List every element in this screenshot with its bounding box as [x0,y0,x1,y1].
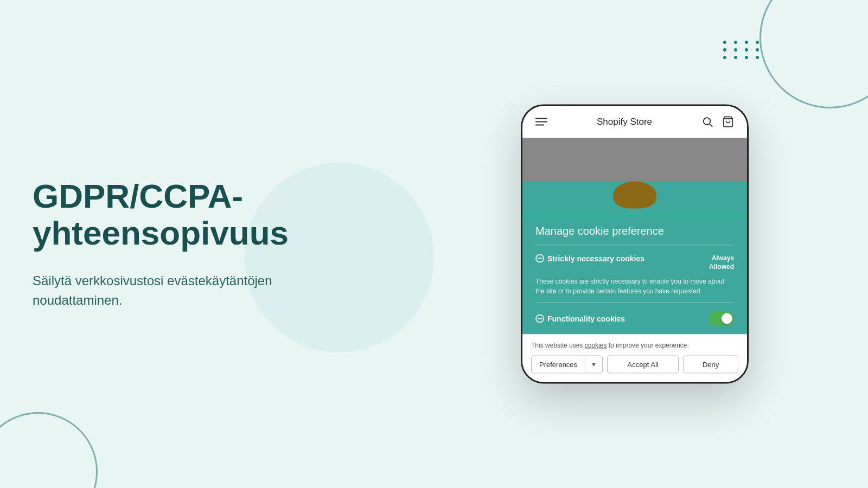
consent-buttons: Preferences ▼ Accept All Deny [531,355,738,373]
divider-2 [535,303,734,303]
strickly-necessary-left: Strickly necessary cookies [535,254,709,263]
hamburger-icon[interactable] [535,118,547,126]
accept-all-button[interactable]: Accept All [607,355,679,373]
consent-text: This website uses cookies to improve you… [531,341,738,350]
minus-circle-icon-2 [535,314,544,323]
strickly-necessary-description: These cookies are strictly necessary to … [535,277,734,296]
deny-button[interactable]: Deny [683,355,738,373]
cookie-shape [613,182,656,209]
preferences-dropdown-arrow[interactable]: ▼ [585,357,602,372]
store-title: Shopify Store [597,117,652,127]
phone-top-icons [701,116,734,128]
consent-bar: This website uses cookies to improve you… [522,335,747,382]
deco-circle-bottom-left [0,412,98,488]
product-image-area [522,138,747,214]
divider-1 [535,245,734,246]
strickly-necessary-name: Strickly necessary cookies [535,254,709,263]
svg-line-1 [710,124,712,127]
sub-text: Säilytä verkkosivustosi evästekäytäntöje… [33,271,331,310]
deco-circle-top-right [760,0,868,108]
functionality-toggle[interactable] [709,312,734,326]
phone-mockup: Shopify Store Manage cookie preference [521,105,749,384]
svg-point-0 [704,118,711,125]
cookie-panel-title: Manage cookie preference [535,225,734,237]
cart-icon[interactable] [722,116,734,128]
main-heading: GDPR/CCPA- yhteensopivuus [33,178,331,252]
always-allowed-badge: AlwaysAllowed [709,254,734,271]
functionality-name: Functionality cookies [535,314,625,323]
deco-dots [723,41,762,59]
phone-topbar: Shopify Store [522,106,747,138]
cookie-preference-panel: Manage cookie preference Strickly necess… [522,214,747,335]
phone-frame: Shopify Store Manage cookie preference [521,105,749,384]
functionality-row: Functionality cookies [535,312,734,335]
left-content-section: GDPR/CCPA- yhteensopivuus Säilytä verkko… [33,178,331,310]
search-icon[interactable] [701,116,713,128]
cookies-link[interactable]: cookies [585,342,607,349]
minus-circle-icon [535,254,544,263]
preferences-button-label: Preferences [532,356,585,373]
preferences-button-group[interactable]: Preferences ▼ [531,355,603,373]
strickly-necessary-row: Strickly necessary cookies AlwaysAllowed [535,254,734,271]
